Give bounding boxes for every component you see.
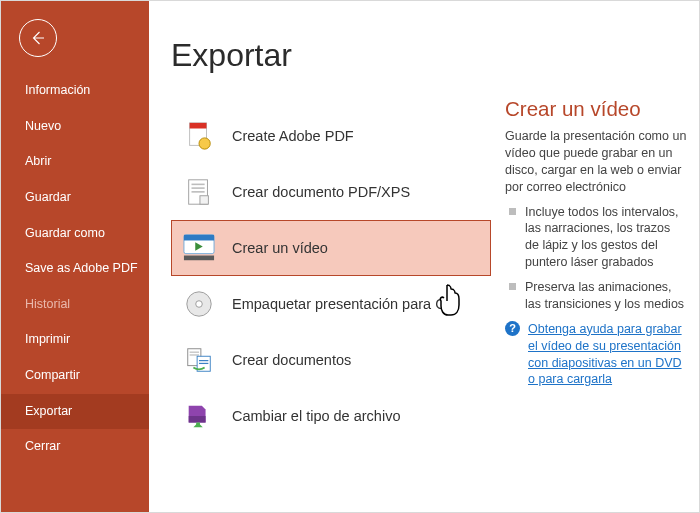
arrow-left-icon: [29, 29, 47, 47]
sidebar-item-abrir[interactable]: Abrir: [1, 144, 149, 180]
square-bullet-icon: [509, 208, 516, 215]
pdf-xps-icon: [182, 175, 216, 209]
sidebar-item-informacion[interactable]: Información: [1, 73, 149, 109]
option-label: Create Adobe PDF: [232, 127, 354, 145]
option-create-handouts[interactable]: Crear documentos: [171, 332, 491, 388]
svg-rect-10: [184, 256, 214, 261]
help-link[interactable]: Obtenga ayuda para grabar el vídeo de su…: [528, 321, 687, 389]
option-create-adobe-pdf[interactable]: Create Adobe PDF: [171, 108, 491, 164]
svg-rect-9: [184, 235, 214, 241]
sidebar-item-nuevo[interactable]: Nuevo: [1, 109, 149, 145]
sidebar-item-compartir[interactable]: Compartir: [1, 358, 149, 394]
bullet-text: Incluye todos los intervalos, las narrac…: [525, 204, 687, 272]
handouts-icon: [182, 343, 216, 377]
help-row: ? Obtenga ayuda para grabar el vídeo de …: [505, 321, 687, 389]
svg-rect-20: [189, 416, 206, 423]
option-label: Crear documentos: [232, 351, 351, 369]
sidebar-item-label: Nuevo: [25, 119, 61, 133]
option-create-video[interactable]: Crear un vídeo: [171, 220, 491, 276]
svg-rect-6: [192, 191, 205, 193]
help-icon: ?: [505, 321, 520, 336]
svg-rect-4: [192, 184, 205, 186]
sidebar-item-historial: Historial: [1, 287, 149, 323]
video-icon: [182, 231, 216, 265]
file-type-icon: [182, 399, 216, 433]
svg-rect-1: [190, 123, 207, 129]
sidebar-item-label: Exportar: [25, 404, 72, 418]
sidebar-item-label: Save as Adobe PDF: [25, 261, 138, 275]
sidebar-item-label: Imprimir: [25, 332, 70, 346]
adobe-pdf-icon: [182, 119, 216, 153]
details-panel: Crear un vídeo Guarde la presentación co…: [491, 37, 687, 512]
panel-bullet-list: Incluye todos los intervalos, las narrac…: [505, 204, 687, 313]
option-package-for-cd[interactable]: Empaquetar presentación para CD: [171, 276, 491, 332]
svg-rect-16: [190, 354, 199, 355]
panel-intro: Guarde la presentación como un vídeo que…: [505, 128, 687, 196]
panel-bullet: Preserva las animaciones, las transicion…: [505, 279, 687, 313]
svg-rect-19: [199, 363, 208, 364]
bullet-text: Preserva las animaciones, las transicion…: [525, 279, 687, 313]
backstage-export-view: Información Nuevo Abrir Guardar Guardar …: [0, 0, 700, 513]
sidebar-item-save-as-adobe-pdf[interactable]: Save as Adobe PDF: [1, 251, 149, 287]
sidebar-item-label: Historial: [25, 297, 70, 311]
sidebar-item-label: Cerrar: [25, 439, 60, 453]
sidebar-item-exportar[interactable]: Exportar: [1, 394, 149, 430]
svg-rect-5: [192, 187, 205, 189]
sidebar-item-guardar-como[interactable]: Guardar como: [1, 216, 149, 252]
panel-bullet: Incluye todos los intervalos, las narrac…: [505, 204, 687, 272]
back-button[interactable]: [19, 19, 57, 57]
option-label: Cambiar el tipo de archivo: [232, 407, 400, 425]
sidebar-item-label: Guardar: [25, 190, 71, 204]
svg-rect-15: [190, 352, 199, 353]
option-label: Crear documento PDF/XPS: [232, 183, 410, 201]
sidebar-item-guardar[interactable]: Guardar: [1, 180, 149, 216]
option-create-pdf-xps[interactable]: Crear documento PDF/XPS: [171, 164, 491, 220]
svg-rect-21: [196, 423, 200, 427]
panel-title: Crear un vídeo: [505, 97, 687, 121]
page-title: Exportar: [171, 37, 491, 74]
sidebar-item-cerrar[interactable]: Cerrar: [1, 429, 149, 465]
option-label: Crear un vídeo: [232, 239, 328, 257]
sidebar-item-label: Información: [25, 83, 90, 97]
svg-rect-7: [200, 196, 208, 204]
backstage-sidebar: Información Nuevo Abrir Guardar Guardar …: [1, 1, 149, 512]
square-bullet-icon: [509, 283, 516, 290]
svg-point-13: [196, 301, 203, 308]
option-change-file-type[interactable]: Cambiar el tipo de archivo: [171, 388, 491, 444]
main-content: Exportar Create Adobe PDF Crear document…: [149, 1, 699, 512]
sidebar-item-imprimir[interactable]: Imprimir: [1, 322, 149, 358]
sidebar-item-label: Compartir: [25, 368, 80, 382]
svg-point-2: [199, 138, 210, 149]
svg-rect-18: [199, 360, 208, 361]
sidebar-item-label: Guardar como: [25, 226, 105, 240]
sidebar-item-label: Abrir: [25, 154, 51, 168]
export-options-column: Exportar Create Adobe PDF Crear document…: [171, 37, 491, 512]
option-label: Empaquetar presentación para CD: [232, 295, 456, 313]
cd-icon: [182, 287, 216, 321]
